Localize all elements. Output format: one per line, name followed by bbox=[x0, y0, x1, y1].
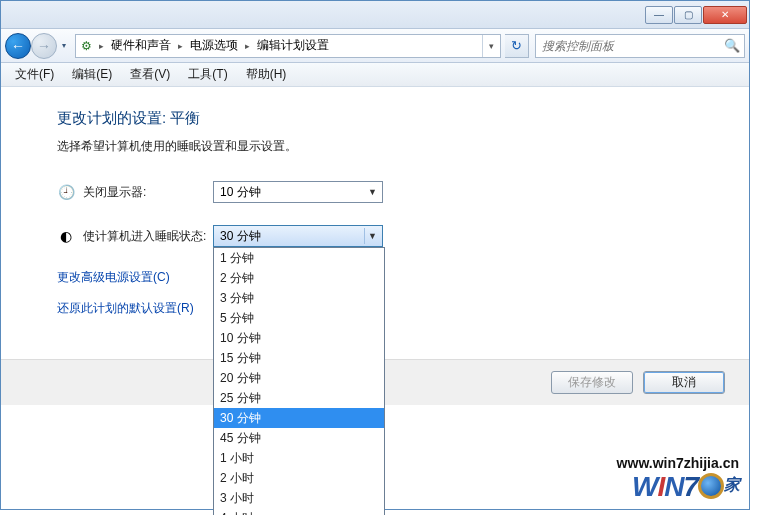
display-off-label: 关闭显示器: bbox=[83, 184, 213, 201]
navigation-bar: ← → ▾ ⚙ ▸ 硬件和声音 ▸ 电源选项 ▸ 编辑计划设置 ▾ ↻ 🔍 bbox=[1, 29, 749, 63]
breadcrumb-hardware-sound[interactable]: 硬件和声音 bbox=[107, 35, 175, 57]
link-advanced-settings[interactable]: 更改高级电源设置(C) bbox=[57, 270, 170, 284]
minimize-button[interactable]: — bbox=[645, 6, 673, 24]
nav-back-group: ← → ▾ bbox=[5, 33, 71, 59]
breadcrumb-arrow[interactable]: ▸ bbox=[175, 41, 186, 51]
page-subtitle: 选择希望计算机使用的睡眠设置和显示设置。 bbox=[57, 138, 731, 155]
window-controls: — ▢ ✕ bbox=[645, 6, 747, 24]
address-bar[interactable]: ⚙ ▸ 硬件和声音 ▸ 电源选项 ▸ 编辑计划设置 ▾ bbox=[75, 34, 501, 58]
refresh-button[interactable]: ↻ bbox=[505, 34, 529, 58]
close-button[interactable]: ✕ bbox=[703, 6, 747, 24]
link-advanced-wrapper: 更改高级电源设置(C) bbox=[57, 269, 731, 286]
page-title: 更改计划的设置: 平衡 bbox=[57, 109, 731, 128]
link-restore-wrapper: 还原此计划的默认设置(R) bbox=[57, 300, 731, 317]
setting-display-off: 🕘 关闭显示器: 10 分钟 ▼ bbox=[57, 181, 731, 203]
menu-help[interactable]: 帮助(H) bbox=[238, 64, 295, 85]
sleep-option[interactable]: 10 分钟 bbox=[214, 328, 384, 348]
sleep-option[interactable]: 5 分钟 bbox=[214, 308, 384, 328]
chevron-down-icon: ▼ bbox=[364, 228, 380, 244]
setting-sleep: ◐ 使计算机进入睡眠状态: 30 分钟 ▼ 1 分钟2 分钟3 分钟5 分钟10… bbox=[57, 225, 731, 247]
forward-button[interactable]: → bbox=[31, 33, 57, 59]
titlebar: — ▢ ✕ bbox=[1, 1, 749, 29]
sleep-option[interactable]: 25 分钟 bbox=[214, 388, 384, 408]
menu-view[interactable]: 查看(V) bbox=[122, 64, 178, 85]
breadcrumb-edit-plan[interactable]: 编辑计划设置 bbox=[253, 35, 333, 57]
sleep-option[interactable]: 2 小时 bbox=[214, 468, 384, 488]
sleep-icon: ◐ bbox=[57, 227, 75, 245]
chevron-down-icon: ▼ bbox=[364, 184, 380, 200]
sleep-option[interactable]: 4 小时 bbox=[214, 508, 384, 515]
sleep-dropdown-list[interactable]: 1 分钟2 分钟3 分钟5 分钟10 分钟15 分钟20 分钟25 分钟30 分… bbox=[213, 247, 385, 515]
cancel-button[interactable]: 取消 bbox=[643, 371, 725, 394]
sleep-option[interactable]: 20 分钟 bbox=[214, 368, 384, 388]
address-dropdown[interactable]: ▾ bbox=[482, 35, 500, 57]
breadcrumb-arrow[interactable]: ▸ bbox=[242, 41, 253, 51]
sleep-option[interactable]: 2 分钟 bbox=[214, 268, 384, 288]
sleep-option[interactable]: 1 小时 bbox=[214, 448, 384, 468]
breadcrumb-arrow[interactable]: ▸ bbox=[96, 41, 107, 51]
back-button[interactable]: ← bbox=[5, 33, 31, 59]
address-icon: ⚙ bbox=[76, 39, 96, 53]
content-area: 更改计划的设置: 平衡 选择希望计算机使用的睡眠设置和显示设置。 🕘 关闭显示器… bbox=[1, 87, 749, 509]
search-icon[interactable]: 🔍 bbox=[720, 38, 744, 53]
sleep-option[interactable]: 3 分钟 bbox=[214, 288, 384, 308]
sleep-dropdown[interactable]: 30 分钟 ▼ 1 分钟2 分钟3 分钟5 分钟10 分钟15 分钟20 分钟2… bbox=[213, 225, 383, 247]
display-off-value: 10 分钟 bbox=[220, 184, 261, 201]
link-restore-defaults[interactable]: 还原此计划的默认设置(R) bbox=[57, 301, 194, 315]
sleep-option[interactable]: 30 分钟 bbox=[214, 408, 384, 428]
sleep-option[interactable]: 45 分钟 bbox=[214, 428, 384, 448]
sleep-value: 30 分钟 bbox=[220, 228, 261, 245]
nav-history-dropdown[interactable]: ▾ bbox=[57, 35, 71, 57]
maximize-button[interactable]: ▢ bbox=[674, 6, 702, 24]
display-off-icon: 🕘 bbox=[57, 183, 75, 201]
search-input[interactable] bbox=[536, 39, 720, 53]
links-section: 更改高级电源设置(C) 还原此计划的默认设置(R) bbox=[57, 269, 731, 317]
sleep-option[interactable]: 1 分钟 bbox=[214, 248, 384, 268]
save-button[interactable]: 保存修改 bbox=[551, 371, 633, 394]
menu-edit[interactable]: 编辑(E) bbox=[64, 64, 120, 85]
window-frame: — ▢ ✕ ← → ▾ ⚙ ▸ 硬件和声音 ▸ 电源选项 ▸ 编辑计划设置 ▾ … bbox=[0, 0, 750, 510]
sleep-option[interactable]: 3 小时 bbox=[214, 488, 384, 508]
menu-bar: 文件(F) 编辑(E) 查看(V) 工具(T) 帮助(H) bbox=[1, 63, 749, 87]
menu-file[interactable]: 文件(F) bbox=[7, 64, 62, 85]
breadcrumb-power-options[interactable]: 电源选项 bbox=[186, 35, 242, 57]
menu-tools[interactable]: 工具(T) bbox=[180, 64, 235, 85]
sleep-label: 使计算机进入睡眠状态: bbox=[83, 228, 213, 245]
search-box[interactable]: 🔍 bbox=[535, 34, 745, 58]
sleep-option[interactable]: 15 分钟 bbox=[214, 348, 384, 368]
display-off-dropdown[interactable]: 10 分钟 ▼ bbox=[213, 181, 383, 203]
